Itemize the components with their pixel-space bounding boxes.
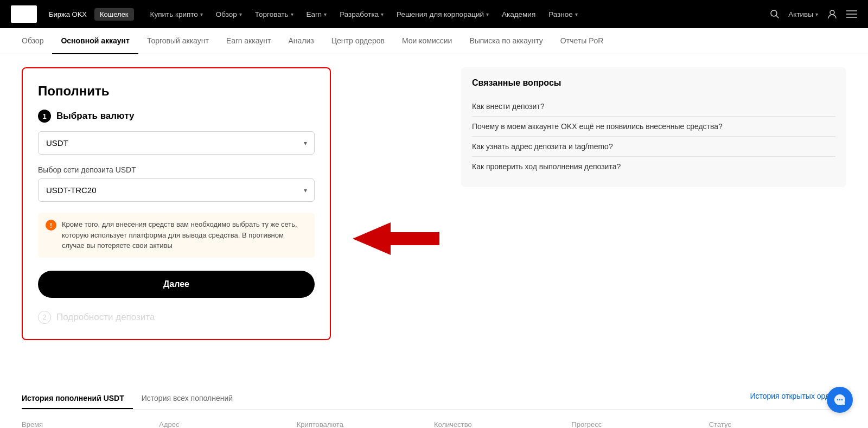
nav-earn-account-tab[interactable]: Earn аккаунт (218, 28, 280, 54)
nav-overview[interactable]: Обзор ▾ (210, 7, 247, 22)
nav-statement-tab[interactable]: Выписка по аккаунту (461, 28, 551, 54)
chevron-down-icon: ▾ (239, 11, 242, 17)
svg-rect-4 (21, 11, 27, 15)
chevron-down-icon: ▾ (815, 11, 818, 17)
svg-point-15 (841, 399, 843, 400)
rq-item-4[interactable]: Как проверить ход выполнения депозита? (472, 157, 835, 176)
nav-analytics-tab[interactable]: Анализ (279, 28, 322, 54)
step1-badge: 1 (38, 110, 51, 123)
arrow-area (353, 67, 439, 367)
history-tab-usdt[interactable]: История пополнений USDT (22, 388, 133, 409)
warning-text: Кроме того, для внесения средств вам нео… (62, 219, 307, 251)
assets-button[interactable]: Активы ▾ (788, 10, 818, 18)
search-icon (770, 9, 780, 19)
chat-icon (833, 393, 846, 406)
deposit-card: Пополнить 1 Выбрать валюту USDT ▾ Выбор … (22, 67, 331, 340)
currency-select-wrapper: USDT ▾ (38, 131, 315, 155)
svg-point-14 (839, 399, 840, 400)
th-status: Статус (709, 420, 846, 428)
network-select[interactable]: USDT-TRC20 (38, 178, 315, 202)
th-amount: Количество (434, 420, 571, 428)
nav-earn[interactable]: Earn ▾ (301, 7, 333, 22)
warning-box: ! Кроме того, для внесения средств вам н… (38, 213, 315, 258)
th-crypto: Криптовалюта (297, 420, 434, 428)
main-content: Пополнить 1 Выбрать валюту USDT ▾ Выбор … (0, 54, 868, 380)
chevron-down-icon: ▾ (381, 11, 384, 17)
th-time: Время (22, 420, 159, 428)
logo-box (11, 5, 37, 23)
menu-button[interactable] (846, 10, 857, 18)
th-progress: Прогресс (571, 420, 709, 428)
user-button[interactable] (827, 9, 838, 20)
bottom-section: История пополнений USDT История всех поп… (0, 380, 868, 428)
rq-item-1[interactable]: Как внести депозит? (472, 97, 835, 117)
related-questions-title: Связанные вопросы (472, 78, 835, 88)
step1-header: 1 Выбрать валюту (38, 110, 315, 123)
second-navigation: Обзор Основной аккаунт Торговый аккаунт … (0, 28, 868, 54)
network-label: Выбор сети депозита USDT (38, 165, 315, 174)
network-select-wrapper: USDT-TRC20 ▾ (38, 178, 315, 202)
nav-corporate[interactable]: Решения для корпораций ▾ (391, 7, 494, 22)
rq-item-3[interactable]: Как узнать адрес депозита и tag/memo? (472, 137, 835, 157)
history-tabs: История пополнений USDT История всех поп… (22, 388, 846, 410)
chevron-down-icon: ▾ (486, 11, 489, 17)
nav-commissions-tab[interactable]: Мои комиссии (393, 28, 461, 54)
nav-main-account-tab[interactable]: Основной аккаунт (52, 28, 138, 54)
nav-misc[interactable]: Разное ▾ (543, 7, 583, 22)
currency-select[interactable]: USDT (38, 131, 315, 155)
nav-buy-crypto[interactable]: Купить крипто ▾ (145, 7, 208, 22)
nav-order-center-tab[interactable]: Центр ордеров (323, 28, 393, 54)
svg-point-13 (837, 399, 838, 400)
nav-por-tab[interactable]: Отчеты PoR (552, 28, 612, 54)
logo[interactable] (11, 5, 37, 23)
warning-icon: ! (46, 220, 56, 231)
svg-rect-2 (28, 8, 35, 15)
chat-button[interactable] (827, 387, 853, 413)
wallet-tab[interactable]: Кошелек (94, 8, 134, 21)
nav-overview-tab[interactable]: Обзор (22, 28, 52, 54)
step2-badge: 2 (38, 311, 51, 324)
rq-item-2[interactable]: Почему в моем аккаунте OKX ещё не появил… (472, 117, 835, 137)
related-questions-panel: Связанные вопросы Как внести депозит? По… (461, 67, 846, 187)
svg-marker-12 (353, 222, 439, 255)
chevron-down-icon: ▾ (324, 11, 327, 17)
next-button[interactable]: Далее (38, 271, 315, 298)
exchange-wallet-tabs: Биржа OKX Кошелек (43, 8, 134, 21)
table-header: Время Адрес Криптовалюта Количество Прог… (22, 414, 846, 428)
th-address: Адрес (159, 420, 296, 428)
red-arrow (353, 222, 439, 255)
nav-dev[interactable]: Разработка ▾ (334, 7, 389, 22)
svg-point-8 (830, 10, 834, 15)
top-navigation: Биржа OKX Кошелек Купить крипто ▾ Обзор … (0, 0, 868, 28)
svg-rect-3 (13, 16, 20, 20)
hamburger-icon (846, 10, 857, 18)
step2-label: Подробности депозита (56, 312, 155, 323)
svg-line-7 (776, 16, 779, 18)
svg-rect-0 (13, 8, 20, 15)
step1-label: Выбрать валюту (56, 111, 134, 122)
right-panel: Связанные вопросы Как внести депозит? По… (461, 67, 846, 367)
nav-trade[interactable]: Торговать ▾ (250, 7, 299, 22)
card-title: Пополнить (38, 84, 315, 99)
chevron-down-icon: ▾ (200, 11, 203, 17)
history-tab-all[interactable]: История всех пополнений (133, 388, 241, 409)
left-panel: Пополнить 1 Выбрать валюту USDT ▾ Выбор … (22, 67, 331, 367)
chevron-down-icon: ▾ (291, 11, 293, 17)
nav-trade-account-tab[interactable]: Торговый аккаунт (138, 28, 218, 54)
chevron-down-icon: ▾ (575, 11, 578, 17)
user-icon (827, 9, 838, 20)
top-nav-right: Активы ▾ (770, 9, 857, 20)
nav-academy[interactable]: Академия (496, 7, 541, 22)
history-tabs-left: История пополнений USDT История всех поп… (22, 388, 241, 409)
svg-rect-5 (28, 16, 35, 20)
search-button[interactable] (770, 9, 780, 19)
top-nav-menu: Купить крипто ▾ Обзор ▾ Торговать ▾ Earn… (145, 7, 770, 22)
step2-section: 2 Подробности депозита (38, 311, 315, 324)
exchange-tab[interactable]: Биржа OKX (43, 8, 92, 21)
